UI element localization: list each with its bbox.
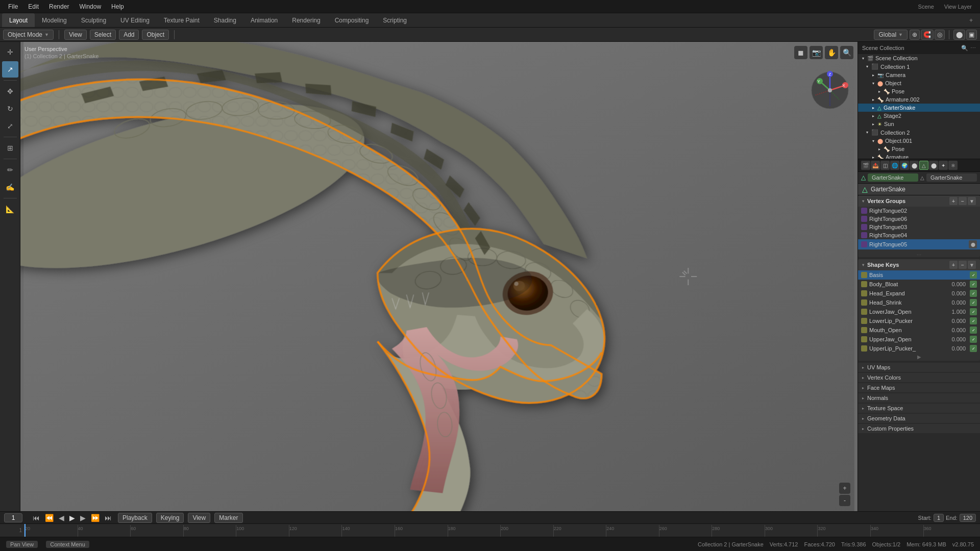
object-name-dropdown[interactable]: GarterSnake <box>868 173 918 182</box>
cursor-tool[interactable]: ✛ <box>2 44 18 60</box>
timeline-track[interactable]: 20 40 60 80 100 120 140 160 180 200 220 … <box>24 524 976 537</box>
menu-help[interactable]: Help <box>107 2 128 11</box>
shape-key-upperjaw-open[interactable]: UpperJaw_Open 0.000 ✓ <box>858 335 980 344</box>
tab-texture-paint[interactable]: Texture Paint <box>157 13 207 27</box>
timeline-ruler[interactable]: 1 20 40 60 80 100 120 140 160 180 200 22… <box>0 524 980 537</box>
next-frame-btn[interactable]: ▶ <box>78 514 88 522</box>
viewport-shading-solid[interactable]: ◼ <box>794 46 807 59</box>
sk-checkbox[interactable]: ✓ <box>970 271 977 279</box>
mesh-name-dropdown[interactable]: GarterSnake <box>926 173 977 182</box>
face-maps-header[interactable]: ▸ Face Maps <box>858 383 980 392</box>
shape-keys-header[interactable]: ▾ Shape Keys + − ▼ <box>858 259 980 270</box>
props-tab-world[interactable]: 🌍 <box>900 161 909 170</box>
annotate-tool[interactable]: ✏ <box>2 162 18 178</box>
shape-key-mouth-open[interactable]: Mouth_Open 0.000 ✓ <box>858 325 980 335</box>
menu-edit[interactable]: Edit <box>24 2 43 11</box>
playback-menu[interactable]: Playback <box>118 513 152 523</box>
sk-checkbox[interactable]: ✓ <box>970 336 977 343</box>
zoom-in-btn[interactable]: + <box>839 483 850 494</box>
view-menu-button[interactable]: View <box>64 30 87 40</box>
vgroup-item[interactable]: RightTongue06 <box>858 215 980 223</box>
sk-checkbox[interactable]: ✓ <box>970 299 977 306</box>
sk-add-btn[interactable]: + <box>949 261 958 269</box>
outliner-object[interactable]: ▾ ⬤ Object <box>858 79 980 87</box>
vgroup-item-selected[interactable]: RightTongue05 ⬤ <box>858 239 980 249</box>
vertex-groups-header[interactable]: ▾ Vertex Groups + − ▼ <box>858 195 980 207</box>
props-tab-scene[interactable]: 🌐 <box>890 161 899 170</box>
shape-key-head-shrink[interactable]: Head_Shrink 0.000 ✓ <box>858 298 980 307</box>
tab-modeling[interactable]: Modeling <box>35 13 74 27</box>
shape-key-body-bloat[interactable]: Body_Bloat 0.000 ✓ <box>858 280 980 289</box>
measure-tool[interactable]: 📐 <box>2 201 18 217</box>
play-btn[interactable]: ▶ <box>67 514 77 522</box>
props-tab-mesh-active[interactable]: △ <box>919 161 928 170</box>
shape-key-lowerlip-pucker[interactable]: LowerLip_Pucker 0.000 ✓ <box>858 316 980 325</box>
sk-menu-btn[interactable]: ▼ <box>968 261 976 269</box>
add-menu-button[interactable]: Add <box>119 30 139 40</box>
add-workspace-button[interactable]: + <box>964 15 978 26</box>
vg-add-btn[interactable]: + <box>949 197 958 205</box>
shape-key-head-expand[interactable]: Head_Expand 0.000 ✓ <box>858 289 980 298</box>
navigation-gizmo[interactable]: X Y Z <box>810 70 850 112</box>
outliner-camera[interactable]: ▸ 📷 Camera <box>858 71 980 79</box>
outliner-collection1[interactable]: ▾ ⬛ Collection 1 <box>858 62 980 71</box>
outliner-stage2[interactable]: ▸ △ Stage2 <box>858 112 980 120</box>
mode-dropdown[interactable]: Object Mode ▼ <box>3 30 54 40</box>
tab-uv-editing[interactable]: UV Editing <box>113 13 157 27</box>
move-tool[interactable]: ✥ <box>2 83 18 99</box>
zoom-out-btn[interactable]: - <box>839 495 850 506</box>
shape-key-basis[interactable]: Basis ✓ <box>858 270 980 280</box>
sk-checkbox[interactable]: ✓ <box>970 345 977 352</box>
vgroup-edit-btn[interactable]: ⬤ <box>969 240 977 248</box>
select-menu-button[interactable]: Select <box>90 30 116 40</box>
next-keyframe-btn[interactable]: ⏩ <box>89 514 102 522</box>
menu-render[interactable]: Render <box>45 2 73 11</box>
uv-maps-header[interactable]: ▸ UV Maps <box>858 363 980 372</box>
props-tab-viewlayer[interactable]: ◫ <box>880 161 890 170</box>
annotate2-tool[interactable]: ✍ <box>2 179 18 195</box>
sk-checkbox[interactable]: ✓ <box>970 308 977 315</box>
select-tool[interactable]: ↗ <box>2 61 18 78</box>
props-tab-render[interactable]: 🎬 <box>861 161 870 170</box>
keying-menu[interactable]: Keying <box>156 513 184 523</box>
sk-remove-btn[interactable]: − <box>959 261 967 269</box>
viewport-camera[interactable]: 📷 <box>810 46 823 59</box>
outliner-collection2[interactable]: ▾ ⬛ Collection 2 <box>858 128 980 137</box>
global-dropdown[interactable]: Global ▼ <box>874 30 908 40</box>
tab-animation[interactable]: Animation <box>243 13 285 27</box>
viewport-zoom[interactable]: 🔍 <box>840 46 853 59</box>
tab-sculpting[interactable]: Sculpting <box>74 13 113 27</box>
tab-layout[interactable]: Layout <box>2 13 35 27</box>
jump-start-btn[interactable]: ⏮ <box>31 514 42 522</box>
outliner-search-icon[interactable]: 🔍 <box>961 45 968 52</box>
sk-checkbox[interactable]: ✓ <box>970 327 977 334</box>
viewport-3d[interactable]: User Perspective (1) Collection 2 | Gart… <box>20 42 857 511</box>
vgroup-item[interactable]: RightTongue02 <box>858 207 980 215</box>
tab-compositing[interactable]: Compositing <box>328 13 376 27</box>
shape-key-upperlip-pucker[interactable]: UpperLip_Pucker_ 0.000 ✓ <box>858 344 980 353</box>
shape-key-lowerjaw-open[interactable]: LowerJaw_Open 1.000 ✓ <box>858 307 980 316</box>
outliner-filter-icon[interactable]: ⋯ <box>970 45 976 52</box>
sk-checkbox[interactable]: ✓ <box>970 290 977 297</box>
props-tab-material[interactable]: ⬤ <box>929 161 938 170</box>
texture-space-header[interactable]: ▸ Texture Space <box>858 404 980 413</box>
outliner-armature002[interactable]: ▸ 🦴 Armature.002 <box>858 95 980 104</box>
sk-checkbox[interactable]: ✓ <box>970 317 977 324</box>
outliner-armature[interactable]: ▸ 🦴 Armature <box>858 153 980 159</box>
pivot-dropdown[interactable]: ⊕ <box>910 30 920 40</box>
outliner-pose2[interactable]: ▸ 🦴 Pose <box>858 145 980 153</box>
menu-file[interactable]: File <box>4 2 22 11</box>
marker-menu[interactable]: Marker <box>214 513 242 523</box>
prev-keyframe-btn[interactable]: ⏪ <box>43 514 56 522</box>
vg-menu-btn[interactable]: ▼ <box>968 197 976 205</box>
start-frame-input[interactable]: 1 <box>934 514 944 522</box>
geometry-data-header[interactable]: ▸ Geometry Data <box>858 414 980 423</box>
menu-window[interactable]: Window <box>75 2 105 11</box>
vertex-colors-header[interactable]: ▸ Vertex Colors <box>858 373 980 382</box>
transform-tool[interactable]: ⊞ <box>2 140 18 156</box>
tab-scripting[interactable]: Scripting <box>376 13 414 27</box>
current-frame-display[interactable]: 1 <box>4 513 22 522</box>
scale-tool[interactable]: ⤢ <box>2 118 18 134</box>
view-menu-tl[interactable]: View <box>188 513 210 523</box>
outliner-pose1[interactable]: ▸ 🦴 Pose <box>858 87 980 95</box>
